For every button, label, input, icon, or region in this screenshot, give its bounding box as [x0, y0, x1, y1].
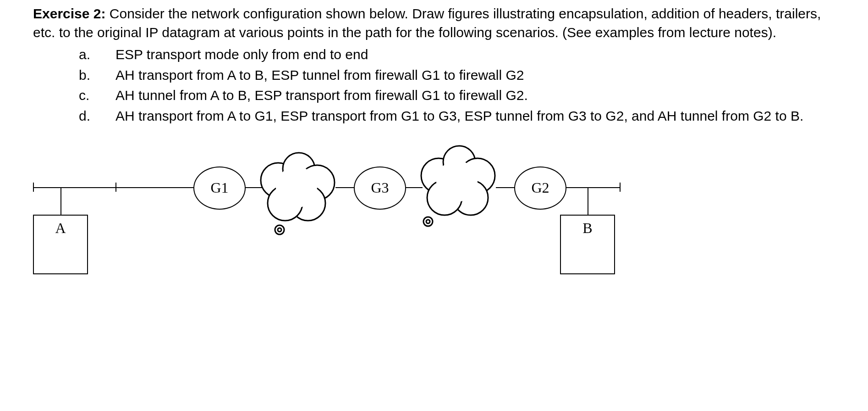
list-marker: a.	[79, 45, 115, 64]
network-diagram: A G1 G3	[33, 144, 620, 281]
svg-point-15	[426, 220, 430, 223]
list-marker: c.	[79, 86, 115, 105]
gateway-g3: G3	[354, 167, 406, 210]
host-b: B	[560, 215, 615, 274]
scenario-list: a. ESP transport mode only from end to e…	[79, 45, 817, 125]
exercise-intro-text: Consider the network configuration shown…	[33, 6, 821, 40]
host-b-label: B	[582, 218, 592, 238]
lan-tick	[33, 183, 34, 192]
svg-point-6	[275, 225, 284, 234]
lan-drop	[60, 187, 61, 215]
list-item: c. AH tunnel from A to B, ESP transport …	[79, 86, 817, 105]
cloud-icon	[413, 144, 500, 235]
list-item: b. AH transport from A to B, ESP tunnel …	[79, 66, 817, 85]
list-text: ESP transport mode only from end to end	[115, 45, 817, 64]
lan-tick	[620, 183, 621, 192]
list-text: AH tunnel from A to B, ESP transport fro…	[115, 86, 817, 105]
svg-point-14	[423, 217, 433, 226]
host-a: A	[33, 215, 88, 274]
host-a-label: A	[55, 218, 66, 238]
svg-point-13	[436, 161, 478, 202]
lan-drop	[588, 187, 588, 215]
exercise-intro: Exercise 2: Consider the network configu…	[33, 5, 835, 42]
gateway-g3-label: G3	[371, 178, 389, 198]
link-a-g1	[115, 187, 193, 188]
gateway-g2-label: G2	[531, 178, 549, 198]
gateway-g2: G2	[514, 167, 566, 210]
list-item: a. ESP transport mode only from end to e…	[79, 45, 817, 64]
lan-line-left	[33, 187, 115, 188]
cloud-icon	[253, 148, 340, 240]
list-text: AH transport from A to G1, ESP transport…	[115, 107, 817, 126]
list-marker: b.	[79, 66, 115, 85]
gateway-g1-label: G1	[210, 178, 228, 198]
list-marker: d.	[79, 107, 115, 126]
list-text: AH transport from A to B, ESP tunnel fro…	[115, 66, 817, 85]
svg-point-7	[278, 228, 281, 232]
gateway-g1: G1	[193, 167, 246, 210]
exercise-label: Exercise 2:	[33, 6, 105, 21]
list-item: d. AH transport from A to G1, ESP transp…	[79, 107, 817, 126]
svg-point-5	[276, 167, 317, 208]
